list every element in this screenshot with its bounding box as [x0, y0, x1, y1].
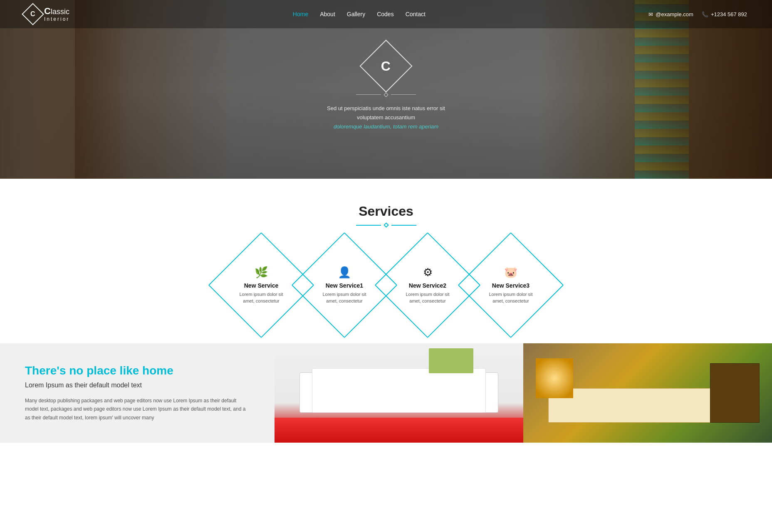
service-name-2: New Service2	[409, 282, 446, 289]
email-info: ✉ @example.com	[648, 11, 693, 17]
nav-contact-link[interactable]: Contact	[406, 11, 426, 17]
bedroom-lamp	[536, 358, 573, 398]
logo-text: Classic Interior	[44, 6, 69, 22]
logo-letter: C	[30, 10, 35, 18]
service-card-inner-3: 🐷 New Service3 Lorem ipsum dolor sit ame…	[473, 266, 548, 304]
service-card-inner-2: ⚙ New Service2 Lorem ipsum dolor sit ame…	[390, 266, 465, 304]
nav-codes[interactable]: Codes	[377, 10, 393, 18]
logo[interactable]: C Classic Interior	[25, 6, 69, 22]
phone-text: +1234 567 892	[711, 11, 747, 17]
bottom-heading: There's no place like home	[25, 364, 250, 377]
services-divider-diamond	[384, 222, 389, 228]
nav-gallery-link[interactable]: Gallery	[347, 11, 365, 17]
bottom-section: There's no place like home Lorem Ipsum a…	[0, 343, 772, 443]
service-name-0: New Service	[244, 282, 279, 289]
nav-contact[interactable]: Contact	[406, 10, 426, 18]
service-name-3: New Service3	[492, 282, 530, 289]
nav-about[interactable]: About	[320, 10, 335, 18]
hero-logo-letter: C	[381, 58, 391, 74]
service-icon-user: 👤	[338, 266, 351, 279]
email-icon: ✉	[648, 11, 653, 17]
hero-subtitle-line2: doloremque laudantium, totam rem aperiam	[334, 123, 438, 130]
service-desc-3: Lorem ipsum dolor sit amet, consectetur	[483, 291, 538, 304]
logo-c: C	[44, 6, 51, 16]
bottom-img-bathroom	[275, 343, 523, 443]
services-grid: 🌿 New Service Lorem ipsum dolor sit amet…	[17, 248, 755, 323]
navbar: C Classic Interior Home About Gallery Co…	[0, 0, 772, 28]
logo-diamond: C	[22, 3, 44, 25]
service-desc-0: Lorem ipsum dolor sit amet, consectetur	[234, 291, 289, 304]
email-text: @example.com	[656, 11, 693, 17]
services-title: Services	[17, 204, 755, 219]
hero-divider-diamond	[384, 92, 388, 97]
service-icon-leaf: 🌿	[255, 266, 268, 279]
service-card-2[interactable]: ⚙ New Service2 Lorem ipsum dolor sit ame…	[390, 248, 465, 323]
phone-info: 📞 +1234 567 892	[702, 11, 747, 17]
bottom-body: Many desktop publishing packages and web…	[25, 397, 250, 422]
hero-content: C Sed ut perspiciatis unde omnis iste na…	[315, 47, 457, 131]
bottom-images	[275, 343, 772, 443]
service-card-1[interactable]: 👤 New Service1 Lorem ipsum dolor sit ame…	[307, 248, 382, 323]
bottom-img-bedroom	[523, 343, 772, 443]
hero-divider-line-left	[356, 94, 381, 95]
service-desc-2: Lorem ipsum dolor sit amet, consectetur	[400, 291, 455, 304]
service-name-1: New Service1	[326, 282, 363, 289]
bathroom-plant	[429, 348, 474, 373]
hero-subtitle-line1: Sed ut perspiciatis unde omnis iste natu…	[327, 105, 445, 121]
service-icon-piggy: 🐷	[504, 266, 517, 279]
services-divider	[17, 223, 755, 227]
logo-classic: lassic	[51, 7, 69, 16]
service-card-inner-1: 👤 New Service1 Lorem ipsum dolor sit ame…	[307, 266, 382, 304]
phone-icon: 📞	[702, 11, 708, 17]
nav-codes-link[interactable]: Codes	[377, 11, 393, 17]
service-card-0[interactable]: 🌿 New Service Lorem ipsum dolor sit amet…	[224, 248, 299, 323]
nav-gallery[interactable]: Gallery	[347, 10, 365, 18]
bottom-subheading: Lorem Ipsum as their default model text	[25, 382, 250, 389]
service-icon-gear: ⚙	[423, 266, 433, 279]
services-section: Services 🌿 New Service Lorem ipsum dolor…	[0, 179, 772, 343]
logo-interior: Interior	[44, 17, 69, 22]
bedroom-dresser	[710, 363, 760, 423]
services-divider-line-left	[356, 225, 381, 226]
nav-contact-info: ✉ @example.com 📞 +1234 567 892	[648, 11, 747, 17]
service-card-inner-0: 🌿 New Service Lorem ipsum dolor sit amet…	[224, 266, 299, 304]
hero-subtitle: Sed ut perspiciatis unde omnis iste natu…	[315, 104, 457, 131]
nav-home-link[interactable]: Home	[293, 11, 308, 17]
nav-home[interactable]: Home	[293, 10, 308, 18]
hero-logo-diamond: C	[359, 39, 412, 92]
bathroom-floor	[275, 418, 523, 443]
nav-links: Home About Gallery Codes Contact	[293, 10, 426, 18]
service-card-3[interactable]: 🐷 New Service3 Lorem ipsum dolor sit ame…	[473, 248, 548, 323]
hero-divider-line-right	[391, 94, 416, 95]
services-divider-line-right	[391, 225, 416, 226]
bathroom-sink	[312, 368, 486, 413]
logo-brand: Classic	[44, 6, 69, 16]
bottom-text: There's no place like home Lorem Ipsum a…	[0, 343, 275, 443]
nav-about-link[interactable]: About	[320, 11, 335, 17]
hero-divider	[315, 93, 457, 96]
service-desc-1: Lorem ipsum dolor sit amet, consectetur	[317, 291, 372, 304]
